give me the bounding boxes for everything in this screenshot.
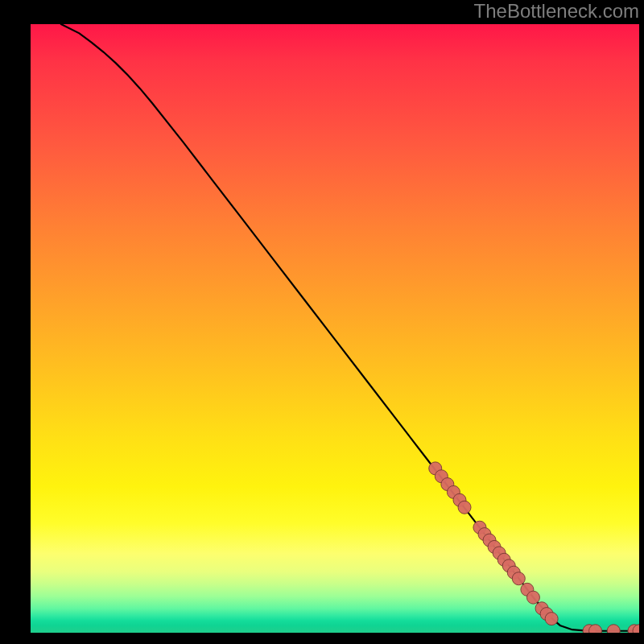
data-point — [545, 613, 558, 625]
data-point — [458, 501, 471, 514]
data-point — [607, 625, 620, 633]
chart-curve — [61, 24, 639, 631]
data-points-group — [429, 462, 639, 633]
attribution-label: TheBottleneck.com — [474, 0, 639, 23]
data-point — [512, 572, 525, 585]
data-point — [526, 591, 539, 604]
chart-svg — [31, 24, 639, 633]
chart-container: TheBottleneck.com — [0, 0, 644, 644]
plot-area — [31, 24, 639, 633]
